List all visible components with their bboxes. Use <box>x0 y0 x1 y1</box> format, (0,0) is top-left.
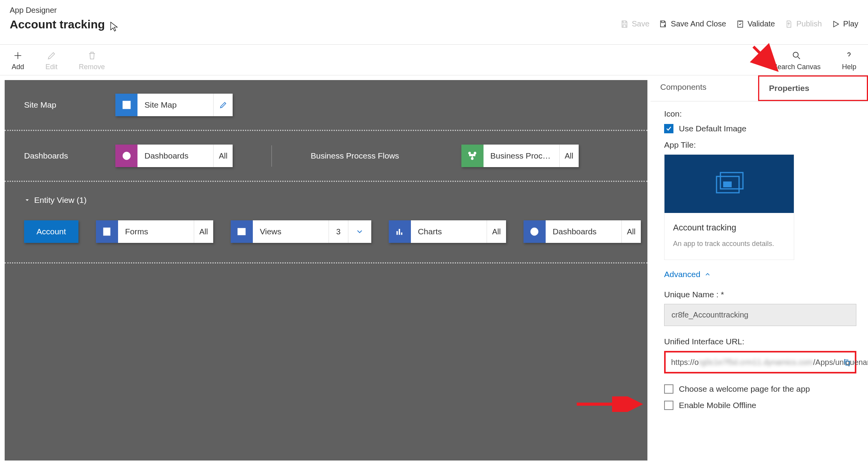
sitemap-section-label: Site Map <box>24 100 77 110</box>
svg-point-1 <box>793 52 798 57</box>
save-close-icon <box>659 20 668 28</box>
publish-icon <box>785 20 793 28</box>
search-canvas-button[interactable]: Search Canvas <box>773 51 821 71</box>
validate-icon <box>736 20 744 28</box>
views-tile[interactable]: Views 3 <box>231 220 371 243</box>
app-tile-preview: Account tracking An app to track account… <box>664 154 794 260</box>
pencil-icon <box>47 51 57 61</box>
apptile-label: App Tile: <box>664 140 854 150</box>
grid-icon <box>231 220 253 243</box>
entity-view-toggle[interactable]: Entity View (1) <box>24 195 87 205</box>
validate-button[interactable]: Validate <box>736 19 775 28</box>
welcome-page-checkbox[interactable]: Choose a welcome page for the app <box>664 384 854 394</box>
bpf-section-label: Business Process Flows <box>311 151 399 160</box>
sitemap-tile[interactable]: Site Map <box>115 94 233 116</box>
flow-icon <box>461 145 484 167</box>
advanced-toggle[interactable]: Advanced <box>664 270 854 279</box>
chevron-up-icon <box>704 271 711 278</box>
gauge-icon <box>524 220 546 243</box>
forms-count[interactable]: All <box>194 220 213 243</box>
header-bar: App Designer Account tracking Save Save … <box>0 0 868 45</box>
add-button[interactable]: Add <box>12 51 24 71</box>
toolbar: Add Edit Remove Search Canvas Help <box>0 45 868 75</box>
unique-name-input[interactable] <box>664 304 856 326</box>
canvas-area[interactable]: Site Map Site Map Dashboards Dashboards … <box>5 80 647 461</box>
url-label: Unified Interface URL: <box>664 337 854 346</box>
unique-name-label: Unique Name : * <box>664 290 854 299</box>
app-tile-name: Account tracking <box>673 223 785 233</box>
svg-rect-7 <box>238 229 245 235</box>
entity-dashboards-count[interactable]: All <box>621 220 641 243</box>
publish-button[interactable]: Publish <box>785 19 822 28</box>
svg-point-5 <box>471 158 473 160</box>
forms-tile[interactable]: Forms All <box>96 220 213 243</box>
svg-point-4 <box>474 152 476 154</box>
app-tile-description: An app to track accounts details. <box>673 240 785 248</box>
chevron-down-icon <box>24 197 30 203</box>
bpf-count[interactable]: All <box>559 145 579 167</box>
dashboards-count[interactable]: All <box>213 145 233 167</box>
entity-account-button[interactable]: Account <box>24 220 78 243</box>
checkbox-checked-icon <box>664 124 673 133</box>
play-icon <box>831 20 840 28</box>
edit-button[interactable]: Edit <box>45 51 57 71</box>
sitemap-icon <box>115 94 137 116</box>
use-default-image-checkbox[interactable]: Use Default Image <box>664 124 854 133</box>
plus-icon <box>13 51 23 61</box>
icon-label: Icon: <box>664 109 854 119</box>
svg-point-3 <box>469 152 471 154</box>
checkbox-empty-icon <box>664 384 673 394</box>
tab-components[interactable]: Components <box>651 75 758 101</box>
unified-interface-url: https://org0c1e7f5d.crm11.dynamics.com/A… <box>664 351 856 373</box>
app-title: Account tracking <box>10 18 105 31</box>
charts-tile[interactable]: Charts All <box>389 220 506 243</box>
bpf-tile[interactable]: Business Proces… All <box>461 145 579 167</box>
dashboards-section-label: Dashboards <box>24 151 77 160</box>
svg-rect-12 <box>846 361 850 365</box>
form-icon <box>96 220 118 243</box>
app-tile-image <box>664 155 794 213</box>
save-button[interactable]: Save <box>620 19 650 28</box>
divider <box>271 145 272 167</box>
copy-icon[interactable] <box>843 358 851 370</box>
tab-properties[interactable]: Properties <box>758 75 868 101</box>
views-count[interactable]: 3 <box>329 220 348 243</box>
help-icon <box>844 51 854 61</box>
remove-button[interactable]: Remove <box>79 51 105 71</box>
svg-rect-11 <box>723 181 732 187</box>
entity-dashboards-tile[interactable]: Dashboards All <box>524 220 641 243</box>
properties-panel: Components Properties Icon: Use Default … <box>651 75 868 461</box>
save-close-button[interactable]: Save And Close <box>659 19 726 28</box>
mobile-offline-checkbox[interactable]: Enable Mobile Offline <box>664 401 854 410</box>
save-icon <box>620 20 629 28</box>
designer-label: App Designer <box>10 6 105 15</box>
search-icon <box>791 51 802 61</box>
sitemap-edit[interactable] <box>213 94 233 116</box>
play-button[interactable]: Play <box>831 19 858 28</box>
gauge-icon <box>115 145 137 167</box>
dashboards-tile[interactable]: Dashboards All <box>115 145 233 167</box>
chart-icon <box>389 220 411 243</box>
views-dropdown[interactable] <box>348 220 371 243</box>
help-button[interactable]: Help <box>842 51 856 71</box>
charts-count[interactable]: All <box>487 220 506 243</box>
trash-icon <box>87 51 97 61</box>
checkbox-empty-icon <box>664 401 673 410</box>
